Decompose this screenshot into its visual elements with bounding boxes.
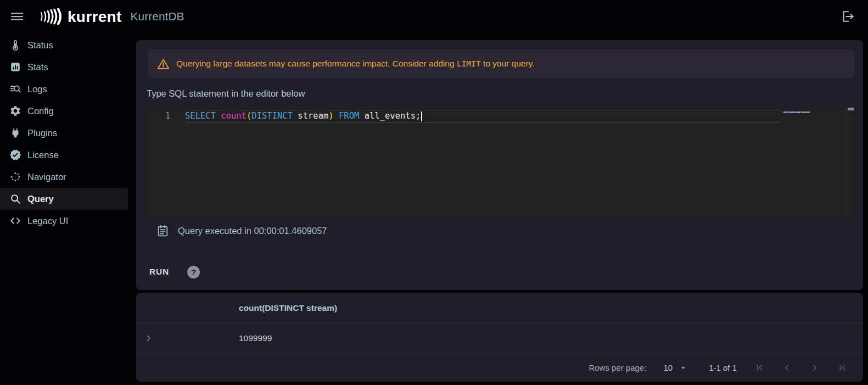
sidebar-item-stats[interactable]: Stats — [0, 56, 128, 78]
license-badge-icon — [9, 148, 22, 161]
sql-token-keyword: DISTINCT — [251, 111, 293, 121]
sidebar: Status Stats Logs Config Plugins License… — [0, 34, 128, 385]
scrollbar-thumb[interactable] — [848, 108, 854, 110]
prev-page-icon[interactable] — [782, 362, 792, 373]
logs-search-icon — [9, 82, 22, 96]
help-icon[interactable]: ? — [187, 266, 200, 278]
sidebar-item-status[interactable]: Status — [0, 34, 128, 56]
first-page-icon[interactable] — [754, 362, 765, 373]
column-header: count(DISTINCT stream) — [239, 303, 337, 313]
kurrent-waves-icon — [40, 8, 63, 25]
sql-token-plain: stream — [293, 111, 328, 121]
row-value: 1099999 — [239, 333, 272, 343]
sql-token-keyword: SELECT — [185, 111, 216, 121]
topbar: kurrent KurrentDB — [0, 0, 868, 33]
limit-keyword: LIMIT — [457, 59, 481, 68]
warning-text: Querying large datasets may cause perfor… — [176, 59, 535, 69]
execution-status-row: Query executed in 00:00:01.4609057 — [156, 224, 327, 238]
line-number: 1 — [147, 110, 185, 122]
pagination-bar: Rows per page: 10 1-1 of 1 — [136, 353, 863, 382]
calendar-icon — [156, 224, 170, 238]
sql-token-plain — [216, 111, 221, 121]
gear-icon — [9, 104, 22, 118]
code-brackets-icon — [9, 214, 22, 227]
sql-token-paren: ) — [328, 111, 333, 121]
sql-token-plain — [334, 111, 339, 121]
rows-per-page-label: Rows per page: — [589, 363, 646, 372]
run-row: RUN ? — [149, 264, 200, 280]
results-header-row: count(DISTINCT stream) — [136, 293, 863, 323]
sidebar-item-query[interactable]: Query — [0, 188, 128, 210]
rows-per-page-select[interactable]: 10 — [663, 363, 688, 372]
sql-token-keyword: FROM — [339, 111, 359, 121]
expand-row-icon[interactable] — [143, 333, 154, 343]
warning-triangle-icon — [156, 57, 170, 71]
text-cursor — [421, 111, 422, 121]
sql-statement[interactable]: SELECT count(DISTINCT stream) FROM all_e… — [185, 110, 422, 122]
next-page-icon[interactable] — [809, 362, 820, 373]
sql-token-plain: all_events; — [359, 111, 421, 121]
sidebar-item-config[interactable]: Config — [0, 100, 128, 122]
editor-label: Type SQL statement in the editor below — [147, 88, 305, 99]
run-button[interactable]: RUN — [149, 264, 169, 280]
thermometer-icon — [9, 38, 22, 52]
minimap — [783, 111, 811, 113]
plug-icon — [9, 126, 22, 140]
page-range-label: 1-1 of 1 — [709, 363, 737, 372]
app-title: KurrentDB — [131, 10, 184, 23]
table-row[interactable]: 1099999 — [136, 323, 863, 353]
sql-editor[interactable]: 1 SELECT count(DISTINCT stream) FROM all… — [147, 108, 854, 219]
search-icon — [9, 192, 22, 205]
sidebar-item-navigator[interactable]: Navigator — [0, 166, 128, 188]
kurrent-logo: kurrent — [40, 8, 122, 25]
pager — [754, 362, 847, 373]
sidebar-item-legacy-ui[interactable]: Legacy UI — [0, 210, 128, 232]
editor-scrollbar[interactable] — [847, 108, 854, 219]
last-page-icon[interactable] — [837, 362, 847, 373]
navigator-dots-icon — [9, 170, 22, 183]
brand-name: kurrent — [68, 9, 122, 25]
sidebar-item-license[interactable]: License — [0, 144, 128, 166]
chevron-down-icon — [679, 363, 688, 372]
sql-token-function: count — [221, 111, 247, 121]
stats-icon — [9, 60, 22, 74]
hamburger-icon[interactable] — [9, 8, 25, 25]
warning-banner: Querying large datasets may cause perfor… — [148, 49, 854, 78]
sidebar-item-plugins[interactable]: Plugins — [0, 122, 128, 144]
results-panel: count(DISTINCT stream) 1099999 Rows per … — [136, 293, 863, 382]
execution-status-text: Query executed in 00:00:01.4609057 — [178, 226, 327, 236]
sidebar-item-logs[interactable]: Logs — [0, 78, 128, 100]
sql-token-paren: ( — [247, 111, 251, 121]
logout-icon[interactable] — [839, 9, 855, 24]
query-panel: Querying large datasets may cause perfor… — [136, 40, 863, 290]
